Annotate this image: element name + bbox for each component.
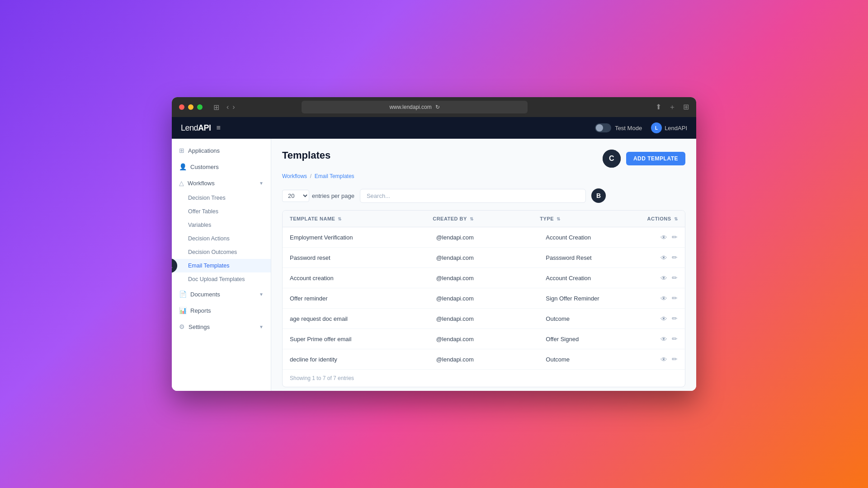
edit-icon[interactable]: ✏ (672, 253, 678, 262)
edit-icon[interactable]: ✏ (672, 274, 678, 282)
cell-template-name: Super Prime offer email (283, 330, 429, 348)
edit-icon[interactable]: ✏ (672, 335, 678, 343)
content-area: Templates C C ADD TEMPLATE (271, 139, 696, 391)
sort-icon-created[interactable]: ⇅ (470, 216, 474, 221)
view-icon[interactable]: 👁 (660, 315, 667, 323)
edit-icon[interactable]: ✏ (672, 233, 678, 241)
reload-icon[interactable]: ↻ (435, 104, 440, 110)
test-mode-toggle[interactable]: Test Mode (595, 123, 642, 132)
url-bar[interactable]: www.lendapi.com ↻ (302, 101, 528, 113)
toggle-switch[interactable] (595, 123, 611, 132)
table-row: decline for identity @lendapi.com Outcom… (283, 349, 685, 369)
sidebar-item-reports[interactable]: 📊 Reports (172, 302, 271, 319)
table-row: Employment Verification @lendapi.com Acc… (283, 227, 685, 248)
nav-menu-icon[interactable]: ≡ (217, 124, 221, 132)
sidebar-label-settings: Settings (189, 324, 255, 330)
search-input[interactable] (360, 189, 586, 203)
edit-icon[interactable]: ✏ (672, 294, 678, 302)
view-icon[interactable]: 👁 (660, 335, 667, 343)
sidebar-item-decision-actions[interactable]: Decision Actions (172, 232, 271, 245)
sidebar-item-email-templates[interactable]: Email Templates A (172, 259, 271, 272)
table-row: Password reset @lendapi.com Passsword Re… (283, 248, 685, 268)
view-icon[interactable]: 👁 (660, 254, 667, 262)
sidebar-item-customers[interactable]: 👤 Customers (172, 159, 271, 175)
edit-icon[interactable]: ✏ (672, 314, 678, 323)
sidebar-item-documents[interactable]: 📄 Documents ▼ (172, 286, 271, 302)
cell-template-name: Employment Verification (283, 228, 429, 247)
data-table: TEMPLATE NAME ⇅ CREATED BY ⇅ TYPE ⇅ AC (282, 210, 685, 387)
view-icon[interactable]: 👁 (660, 234, 667, 241)
brand-light: Lend (181, 123, 198, 132)
cell-actions: 👁 ✏ (648, 309, 685, 328)
table-body: Employment Verification @lendapi.com Acc… (283, 227, 685, 369)
close-button[interactable] (179, 104, 184, 110)
maximize-button[interactable] (197, 104, 203, 110)
sort-icon-actions[interactable]: ⇅ (674, 216, 678, 221)
reports-icon: 📊 (179, 307, 187, 314)
sidebar-item-settings[interactable]: ⚙ Settings ▼ (172, 319, 271, 335)
sidebar-item-offer-tables[interactable]: Offer Tables (172, 205, 271, 218)
sidebar-item-doc-upload-templates[interactable]: Doc Upload Templates (172, 272, 271, 286)
sidebar-item-variables[interactable]: Variables (172, 218, 271, 232)
forward-arrow[interactable]: › (232, 103, 235, 111)
add-template-button[interactable]: ADD TEMPLATE (626, 152, 685, 165)
cell-actions: 👁 ✏ (648, 248, 685, 267)
grid-icon[interactable]: ⊞ (683, 103, 689, 112)
sidebar-label-decision-outcomes: Decision Outcomes (188, 249, 237, 255)
cell-type: Outcome (538, 310, 648, 328)
applications-icon: ⊞ (179, 147, 184, 154)
test-mode-label: Test Mode (615, 125, 642, 131)
sidebar-item-applications[interactable]: ⊞ Applications (172, 142, 271, 159)
table-row: Account creation @lendapi.com Account Cr… (283, 268, 685, 288)
annotation-c: C (603, 150, 621, 168)
cell-type: Offer Signed (538, 330, 648, 348)
view-icon[interactable]: 👁 (660, 295, 667, 302)
sidebar-label-reports: Reports (190, 307, 264, 314)
sidebar-label-documents: Documents (190, 291, 255, 298)
nav-arrows: ‹ › (226, 103, 235, 111)
user-avatar: L (651, 122, 662, 133)
table-row: Offer reminder @lendapi.com Sign Offer R… (283, 288, 685, 309)
cell-actions: 👁 ✏ (648, 227, 685, 247)
settings-icon: ⚙ (179, 323, 185, 330)
sidebar-label-variables: Variables (188, 222, 211, 228)
sidebar-item-decision-trees[interactable]: Decision Trees (172, 191, 271, 205)
chevron-down-icon-settings: ▼ (259, 324, 264, 329)
col-header-created-by: CREATED BY ⇅ (425, 211, 533, 227)
sidebar-item-decision-outcomes[interactable]: Decision Outcomes (172, 245, 271, 259)
cell-template-name: Offer reminder (283, 289, 429, 308)
sort-icon-name[interactable]: ⇅ (338, 216, 342, 221)
cell-type: Sign Offer Reminder (538, 289, 648, 308)
entries-per-page[interactable]: 20 50 100 (282, 190, 309, 202)
edit-icon[interactable]: ✏ (672, 355, 678, 363)
table-row: age request doc email @lendapi.com Outco… (283, 309, 685, 329)
breadcrumb-parent: Workflows (282, 173, 307, 179)
user-badge: L LendAPI (651, 122, 687, 133)
share-icon[interactable]: ⬆ (656, 103, 661, 112)
sidebar-label-applications: Applications (188, 147, 264, 154)
traffic-lights (179, 104, 203, 110)
sidebar-item-workflows[interactable]: △ Workflows ▼ (172, 175, 271, 191)
minimize-button[interactable] (188, 104, 193, 110)
new-tab-icon[interactable]: ＋ (669, 103, 676, 112)
table-row: Super Prime offer email @lendapi.com Off… (283, 329, 685, 349)
url-text: www.lendapi.com (389, 104, 431, 110)
app-layout: LendAPI ≡ Test Mode L LendAPI ⊞ Applica (172, 117, 696, 391)
cell-created-by: @lendapi.com (429, 350, 539, 369)
sidebar-toggle-icon[interactable]: ⊞ (213, 103, 219, 112)
workflows-icon: △ (179, 179, 184, 187)
sidebar-label-workflows: Workflows (188, 180, 255, 187)
main-area: ⊞ Applications 👤 Customers △ Workflows ▼… (172, 139, 696, 391)
entries-label: entries per page (312, 192, 354, 199)
breadcrumb: Workflows / Email Templates (282, 173, 685, 179)
cell-created-by: @lendapi.com (429, 289, 539, 308)
user-avatar-large: C C (603, 150, 621, 168)
back-arrow[interactable]: ‹ (226, 103, 229, 111)
cell-template-name: Account creation (283, 269, 429, 287)
col-header-type: TYPE ⇅ (533, 211, 640, 227)
table-header: TEMPLATE NAME ⇅ CREATED BY ⇅ TYPE ⇅ AC (283, 211, 685, 227)
sort-icon-type[interactable]: ⇅ (557, 216, 561, 221)
view-icon[interactable]: 👁 (660, 274, 667, 282)
view-icon[interactable]: 👁 (660, 356, 667, 363)
user-label: LendAPI (665, 125, 687, 131)
